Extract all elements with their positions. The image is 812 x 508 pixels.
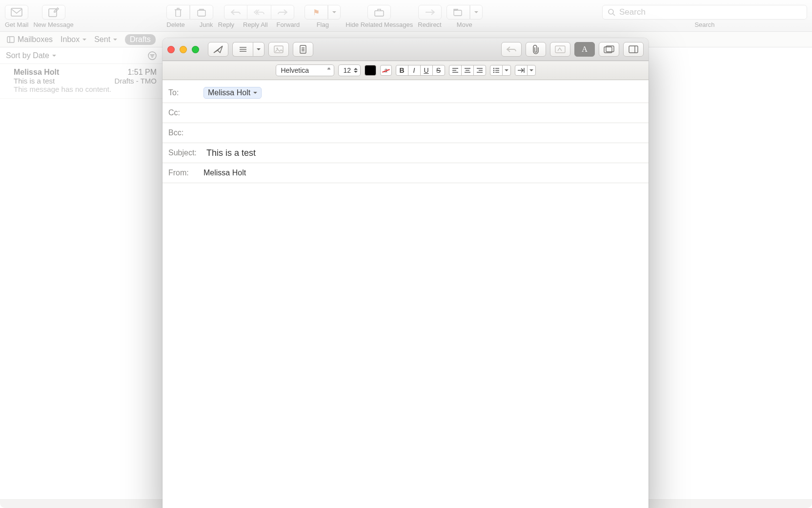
insert-image-button[interactable] xyxy=(268,42,289,57)
compose-headers: To: Melissa Holt Cc: Bcc: Subject: From:… xyxy=(162,80,649,183)
list-icon xyxy=(239,46,247,53)
from-label: From: xyxy=(168,169,198,177)
compose-window: A Helvetica 12 a B I xyxy=(162,38,649,508)
list-menu-button[interactable] xyxy=(502,65,511,76)
bcc-row[interactable]: Bcc: xyxy=(162,123,649,143)
svg-point-10 xyxy=(276,47,278,49)
panel-icon xyxy=(629,45,638,53)
chevron-down-icon xyxy=(257,48,261,52)
send-button[interactable] xyxy=(208,42,228,57)
format-bar: Helvetica 12 a B I U S xyxy=(162,61,649,80)
font-family-select[interactable]: Helvetica xyxy=(276,64,334,76)
chevron-down-icon xyxy=(505,69,508,73)
to-recipient-token[interactable]: Melissa Holt xyxy=(203,87,262,99)
format-toggle-button[interactable]: A xyxy=(574,42,595,57)
compose-body[interactable] xyxy=(162,183,649,508)
attach-button[interactable] xyxy=(526,42,546,57)
bullet-list-icon xyxy=(493,67,500,73)
text-color-swatch[interactable] xyxy=(365,65,376,76)
style-group: B I U S xyxy=(396,65,445,76)
from-row[interactable]: From: Melissa Holt xyxy=(162,163,649,183)
to-label: To: xyxy=(168,88,198,97)
align-left-icon xyxy=(452,67,459,73)
svg-rect-15 xyxy=(629,46,638,53)
document-icon xyxy=(299,45,307,54)
align-left-button[interactable] xyxy=(449,65,462,76)
stationery-button[interactable] xyxy=(293,42,313,57)
bg-color-a-icon: a xyxy=(384,67,387,74)
compose-toolbar: A xyxy=(162,38,649,61)
minimize-button[interactable] xyxy=(180,46,187,53)
format-a-icon: A xyxy=(582,45,588,54)
from-value: Melissa Holt xyxy=(203,169,246,177)
chevron-down-icon xyxy=(253,92,257,96)
bold-button[interactable]: B xyxy=(396,65,408,76)
bg-color-swatch[interactable]: a xyxy=(380,65,392,76)
list-group xyxy=(490,65,511,76)
paperclip-icon xyxy=(531,44,540,54)
window-controls xyxy=(167,46,199,53)
indent-button[interactable] xyxy=(515,65,528,76)
list-button[interactable] xyxy=(490,65,503,76)
reply-toolbar-button[interactable] xyxy=(501,42,522,57)
close-button[interactable] xyxy=(167,46,175,53)
underline-button[interactable]: U xyxy=(420,65,433,76)
photo-browser-button[interactable] xyxy=(599,42,619,57)
svg-point-18 xyxy=(493,70,494,71)
subject-row[interactable]: Subject: xyxy=(162,143,649,163)
align-center-icon xyxy=(464,67,471,73)
header-fields-button[interactable] xyxy=(232,42,253,57)
align-right-icon xyxy=(476,67,483,73)
subject-input[interactable] xyxy=(206,148,643,158)
zoom-button[interactable] xyxy=(192,46,199,53)
send-icon xyxy=(213,45,223,54)
to-row[interactable]: To: Melissa Holt xyxy=(162,83,649,103)
align-group xyxy=(449,65,486,76)
to-recipient-name: Melissa Holt xyxy=(208,88,250,97)
indent-group xyxy=(515,65,536,76)
bcc-label: Bcc: xyxy=(168,128,198,137)
align-right-button[interactable] xyxy=(473,65,486,76)
strike-button[interactable]: S xyxy=(432,65,445,76)
cc-row[interactable]: Cc: xyxy=(162,103,649,123)
font-family-value: Helvetica xyxy=(281,66,309,74)
svg-rect-12 xyxy=(555,46,565,53)
image-icon xyxy=(274,45,284,53)
stepper-arrows-icon xyxy=(354,66,359,75)
font-size-stepper[interactable]: 12 xyxy=(338,64,361,76)
svg-point-17 xyxy=(493,68,494,69)
font-size-value: 12 xyxy=(344,66,351,74)
chevron-down-icon xyxy=(529,69,533,73)
reply-icon xyxy=(506,46,517,53)
markup-button[interactable] xyxy=(550,42,570,57)
align-center-button[interactable] xyxy=(461,65,474,76)
indent-icon xyxy=(517,67,525,73)
svg-point-19 xyxy=(493,72,494,73)
subject-label: Subject: xyxy=(168,148,201,157)
italic-button[interactable]: I xyxy=(408,65,421,76)
indent-menu-button[interactable] xyxy=(527,65,536,76)
markup-icon xyxy=(555,45,566,53)
cc-label: Cc: xyxy=(168,108,198,117)
header-fields-menu[interactable] xyxy=(253,42,264,57)
photos-icon xyxy=(604,45,614,53)
show-sidebar-button[interactable] xyxy=(623,42,644,57)
